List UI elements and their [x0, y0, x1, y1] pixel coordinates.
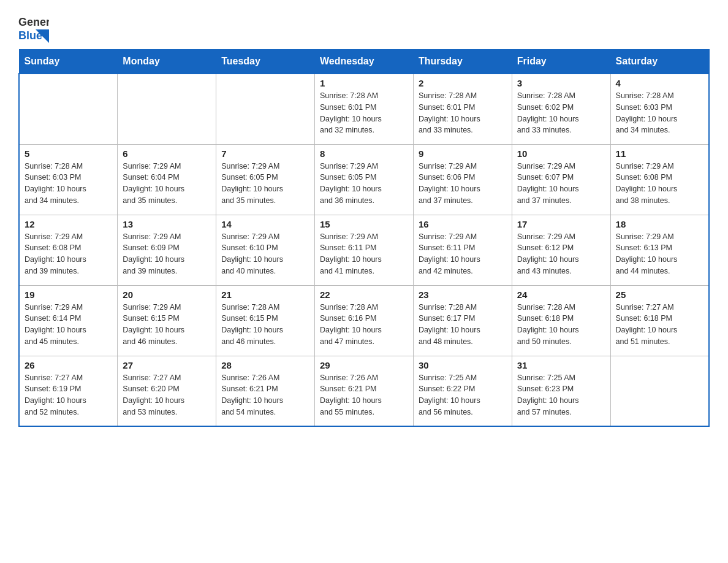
col-header-wednesday: Wednesday — [315, 50, 414, 74]
day-number: 6 — [123, 148, 211, 159]
col-header-monday: Monday — [118, 50, 216, 74]
calendar-cell: 7Sunrise: 7:29 AM Sunset: 6:05 PM Daylig… — [216, 144, 315, 215]
calendar-cell: 21Sunrise: 7:28 AM Sunset: 6:15 PM Dayli… — [216, 285, 315, 356]
day-info: Sunrise: 7:26 AM Sunset: 6:21 PM Dayligh… — [221, 372, 309, 418]
day-info: Sunrise: 7:27 AM Sunset: 6:19 PM Dayligh… — [25, 372, 112, 418]
day-number: 26 — [25, 360, 112, 370]
day-info: Sunrise: 7:29 AM Sunset: 6:06 PM Dayligh… — [419, 161, 507, 207]
calendar-cell: 9Sunrise: 7:29 AM Sunset: 6:06 PM Daylig… — [413, 144, 512, 215]
day-info: Sunrise: 7:28 AM Sunset: 6:16 PM Dayligh… — [320, 302, 408, 348]
calendar-cell: 20Sunrise: 7:29 AM Sunset: 6:15 PM Dayli… — [118, 285, 216, 356]
day-info: Sunrise: 7:28 AM Sunset: 6:17 PM Dayligh… — [419, 302, 507, 348]
day-number: 8 — [320, 148, 408, 159]
calendar-cell: 10Sunrise: 7:29 AM Sunset: 6:07 PM Dayli… — [512, 144, 610, 215]
calendar-cell: 28Sunrise: 7:26 AM Sunset: 6:21 PM Dayli… — [216, 356, 315, 426]
day-info: Sunrise: 7:29 AM Sunset: 6:15 PM Dayligh… — [123, 302, 211, 348]
logo: General Blue — [18, 12, 49, 43]
calendar-week-row: 1Sunrise: 7:28 AM Sunset: 6:01 PM Daylig… — [19, 74, 709, 144]
day-info: Sunrise: 7:25 AM Sunset: 6:22 PM Dayligh… — [419, 372, 507, 418]
calendar-cell: 8Sunrise: 7:29 AM Sunset: 6:05 PM Daylig… — [315, 144, 414, 215]
day-info: Sunrise: 7:29 AM Sunset: 6:14 PM Dayligh… — [25, 302, 112, 348]
calendar-cell: 13Sunrise: 7:29 AM Sunset: 6:09 PM Dayli… — [118, 215, 216, 285]
day-info: Sunrise: 7:28 AM Sunset: 6:03 PM Dayligh… — [616, 90, 703, 136]
day-number: 30 — [419, 360, 507, 370]
calendar-cell: 6Sunrise: 7:29 AM Sunset: 6:04 PM Daylig… — [118, 144, 216, 215]
day-info: Sunrise: 7:28 AM Sunset: 6:03 PM Dayligh… — [25, 161, 112, 207]
calendar-cell — [610, 356, 709, 426]
calendar-cell: 25Sunrise: 7:27 AM Sunset: 6:18 PM Dayli… — [610, 285, 709, 356]
day-info: Sunrise: 7:28 AM Sunset: 6:18 PM Dayligh… — [517, 302, 605, 348]
day-number: 11 — [616, 148, 703, 159]
calendar-cell: 11Sunrise: 7:29 AM Sunset: 6:08 PM Dayli… — [610, 144, 709, 215]
calendar-header-row: SundayMondayTuesdayWednesdayThursdayFrid… — [19, 50, 709, 74]
day-number: 7 — [221, 148, 309, 159]
day-number: 27 — [123, 360, 211, 370]
day-info: Sunrise: 7:27 AM Sunset: 6:20 PM Dayligh… — [123, 372, 211, 418]
calendar-cell: 14Sunrise: 7:29 AM Sunset: 6:10 PM Dayli… — [216, 215, 315, 285]
calendar-cell: 15Sunrise: 7:29 AM Sunset: 6:11 PM Dayli… — [315, 215, 414, 285]
calendar-cell: 26Sunrise: 7:27 AM Sunset: 6:19 PM Dayli… — [19, 356, 118, 426]
calendar-cell: 31Sunrise: 7:25 AM Sunset: 6:23 PM Dayli… — [512, 356, 610, 426]
day-info: Sunrise: 7:29 AM Sunset: 6:07 PM Dayligh… — [517, 161, 605, 207]
day-number: 10 — [517, 148, 605, 159]
calendar-cell: 22Sunrise: 7:28 AM Sunset: 6:16 PM Dayli… — [315, 285, 414, 356]
calendar-cell: 19Sunrise: 7:29 AM Sunset: 6:14 PM Dayli… — [19, 285, 118, 356]
calendar-cell: 5Sunrise: 7:28 AM Sunset: 6:03 PM Daylig… — [19, 144, 118, 215]
day-number: 18 — [616, 219, 703, 229]
day-number: 5 — [25, 148, 112, 159]
day-number: 16 — [419, 219, 507, 229]
calendar-week-row: 19Sunrise: 7:29 AM Sunset: 6:14 PM Dayli… — [19, 285, 709, 356]
day-info: Sunrise: 7:29 AM Sunset: 6:12 PM Dayligh… — [517, 231, 605, 277]
calendar-cell: 16Sunrise: 7:29 AM Sunset: 6:11 PM Dayli… — [413, 215, 512, 285]
calendar-week-row: 26Sunrise: 7:27 AM Sunset: 6:19 PM Dayli… — [19, 356, 709, 426]
calendar-week-row: 12Sunrise: 7:29 AM Sunset: 6:08 PM Dayli… — [19, 215, 709, 285]
day-number: 2 — [419, 78, 507, 88]
col-header-sunday: Sunday — [19, 50, 118, 74]
day-number: 20 — [123, 289, 211, 300]
day-number: 23 — [419, 289, 507, 300]
day-number: 12 — [25, 219, 112, 229]
day-info: Sunrise: 7:28 AM Sunset: 6:01 PM Dayligh… — [320, 90, 408, 136]
day-number: 9 — [419, 148, 507, 159]
calendar-cell — [118, 74, 216, 144]
day-info: Sunrise: 7:29 AM Sunset: 6:11 PM Dayligh… — [419, 231, 507, 277]
calendar-cell: 23Sunrise: 7:28 AM Sunset: 6:17 PM Dayli… — [413, 285, 512, 356]
calendar-table: SundayMondayTuesdayWednesdayThursdayFrid… — [18, 49, 710, 427]
calendar-cell: 24Sunrise: 7:28 AM Sunset: 6:18 PM Dayli… — [512, 285, 610, 356]
day-info: Sunrise: 7:27 AM Sunset: 6:18 PM Dayligh… — [616, 302, 703, 348]
day-info: Sunrise: 7:29 AM Sunset: 6:08 PM Dayligh… — [25, 231, 112, 277]
day-number: 25 — [616, 289, 703, 300]
calendar-cell: 18Sunrise: 7:29 AM Sunset: 6:13 PM Dayli… — [610, 215, 709, 285]
day-info: Sunrise: 7:29 AM Sunset: 6:04 PM Dayligh… — [123, 161, 211, 207]
svg-text:Blue: Blue — [18, 29, 42, 42]
calendar-cell: 12Sunrise: 7:29 AM Sunset: 6:08 PM Dayli… — [19, 215, 118, 285]
day-info: Sunrise: 7:29 AM Sunset: 6:08 PM Dayligh… — [616, 161, 703, 207]
day-info: Sunrise: 7:28 AM Sunset: 6:02 PM Dayligh… — [517, 90, 605, 136]
day-info: Sunrise: 7:28 AM Sunset: 6:01 PM Dayligh… — [419, 90, 507, 136]
day-info: Sunrise: 7:29 AM Sunset: 6:11 PM Dayligh… — [320, 231, 408, 277]
day-info: Sunrise: 7:25 AM Sunset: 6:23 PM Dayligh… — [517, 372, 605, 418]
calendar-week-row: 5Sunrise: 7:28 AM Sunset: 6:03 PM Daylig… — [19, 144, 709, 215]
svg-text:General: General — [18, 16, 49, 28]
day-number: 13 — [123, 219, 211, 229]
day-info: Sunrise: 7:26 AM Sunset: 6:21 PM Dayligh… — [320, 372, 408, 418]
day-info: Sunrise: 7:29 AM Sunset: 6:05 PM Dayligh… — [320, 161, 408, 207]
calendar-cell — [216, 74, 315, 144]
calendar-cell: 17Sunrise: 7:29 AM Sunset: 6:12 PM Dayli… — [512, 215, 610, 285]
calendar-cell: 2Sunrise: 7:28 AM Sunset: 6:01 PM Daylig… — [413, 74, 512, 144]
day-number: 31 — [517, 360, 605, 370]
calendar-cell — [19, 74, 118, 144]
day-number: 1 — [320, 78, 408, 88]
calendar-cell: 4Sunrise: 7:28 AM Sunset: 6:03 PM Daylig… — [610, 74, 709, 144]
calendar-cell: 29Sunrise: 7:26 AM Sunset: 6:21 PM Dayli… — [315, 356, 414, 426]
day-number: 22 — [320, 289, 408, 300]
day-info: Sunrise: 7:29 AM Sunset: 6:05 PM Dayligh… — [221, 161, 309, 207]
day-number: 4 — [616, 78, 703, 88]
day-number: 29 — [320, 360, 408, 370]
col-header-thursday: Thursday — [413, 50, 512, 74]
day-info: Sunrise: 7:29 AM Sunset: 6:10 PM Dayligh… — [221, 231, 309, 277]
day-number: 17 — [517, 219, 605, 229]
calendar-cell: 3Sunrise: 7:28 AM Sunset: 6:02 PM Daylig… — [512, 74, 610, 144]
calendar-cell: 30Sunrise: 7:25 AM Sunset: 6:22 PM Dayli… — [413, 356, 512, 426]
day-number: 28 — [221, 360, 309, 370]
